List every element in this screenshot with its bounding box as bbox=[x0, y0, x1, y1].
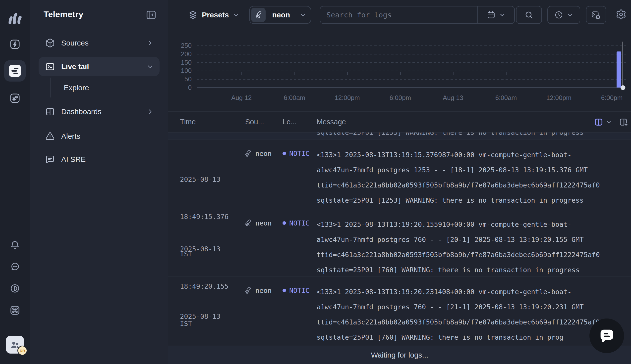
log-level: NOTIC bbox=[282, 284, 309, 296]
waiting-status-text: Waiting for logs... bbox=[371, 351, 428, 359]
rail-metrics-button[interactable] bbox=[4, 88, 26, 109]
log-message: <133>1 2025-08-13T13:19:15.376987+00:00 … bbox=[317, 147, 627, 208]
montecarlo-logo-icon[interactable] bbox=[8, 11, 23, 26]
chevron-down-icon bbox=[233, 12, 239, 18]
clock-icon bbox=[554, 10, 563, 20]
calendar-icon bbox=[487, 10, 496, 20]
time-range-dropdown[interactable] bbox=[547, 6, 580, 24]
y-tick-label: 250 bbox=[168, 42, 192, 49]
chevron-down-icon bbox=[499, 12, 506, 18]
log-volume-chart[interactable]: 250 200 150 100 50 0 Aug 12 6:00am 12:00… bbox=[168, 30, 631, 112]
log-row[interactable]: 2025-08-13 18:49:15.376 IST neon NOTIC <… bbox=[168, 140, 631, 209]
sidebar-item-label: Live tail bbox=[61, 62, 89, 71]
level-dot bbox=[282, 221, 286, 225]
avatar-initials-badge[interactable]: DR bbox=[18, 346, 27, 356]
column-header-message[interactable]: Message bbox=[317, 112, 346, 132]
log-message: <133>1 2025-08-13T13:19:20.155910+00:00 … bbox=[317, 217, 627, 278]
log-row[interactable]: 2025-08-13 18:49:20.231 IST neon NOTIC <… bbox=[168, 276, 631, 346]
level-dot bbox=[282, 152, 286, 155]
telescope-icon bbox=[251, 8, 266, 22]
log-row[interactable]: 2025-08-13 18:49:20.155 IST neon NOTIC <… bbox=[168, 209, 631, 276]
gridline bbox=[197, 54, 626, 54]
y-tick-label: 200 bbox=[168, 50, 192, 58]
x-axis-line bbox=[197, 87, 626, 88]
sidebar-item-ai-sre[interactable]: AI SRE bbox=[39, 150, 160, 169]
search-button[interactable] bbox=[516, 6, 542, 24]
x-tick-label: 6:00pm bbox=[390, 94, 411, 102]
gridline bbox=[197, 70, 626, 71]
columns-icon bbox=[594, 117, 604, 127]
log-time: 2025-08-13 18:49:20.231 IST bbox=[180, 286, 228, 346]
collapse-panel-icon bbox=[145, 9, 157, 21]
page-title: Telemetry bbox=[44, 10, 83, 19]
date-range-button[interactable] bbox=[478, 6, 514, 23]
bell-icon bbox=[10, 240, 20, 250]
column-layout-dropdown[interactable] bbox=[594, 112, 611, 132]
column-header-time[interactable]: Time bbox=[180, 112, 196, 132]
x-tick-label: Aug 12 bbox=[231, 94, 252, 102]
feedback-button[interactable] bbox=[6, 258, 24, 276]
support-chat-fab[interactable] bbox=[589, 318, 624, 353]
source-selector-value: neon bbox=[272, 11, 290, 19]
x-tick bbox=[453, 72, 454, 75]
level-dot bbox=[282, 289, 286, 292]
search-input[interactable] bbox=[320, 6, 477, 23]
command-menu-button[interactable] bbox=[6, 301, 24, 319]
gear-icon bbox=[615, 9, 626, 20]
sidebar-item-live-tail[interactable]: Live tail bbox=[39, 57, 160, 76]
notifications-button[interactable] bbox=[6, 236, 24, 254]
layers-icon bbox=[188, 10, 198, 20]
rail-divider bbox=[8, 328, 22, 328]
theme-toggle-button[interactable] bbox=[6, 280, 24, 297]
sidebar: Telemetry Sources Live tail Explore D bbox=[30, 0, 168, 364]
histogram-bar[interactable] bbox=[616, 52, 621, 88]
sidebar-item-label: Sources bbox=[61, 39, 89, 47]
log-source: neon bbox=[244, 147, 271, 160]
log-level: NOTIC bbox=[282, 217, 309, 229]
x-tick-label: 12:00pm bbox=[546, 94, 571, 102]
add-column-button[interactable] bbox=[618, 112, 628, 132]
log-message-partial: sqlstate=25P01 [1253] WARNING: there is … bbox=[317, 132, 584, 136]
column-header-level[interactable]: Le... bbox=[282, 112, 296, 132]
presets-dropdown[interactable]: Presets bbox=[188, 10, 239, 20]
sidebar-item-explore[interactable]: Explore bbox=[39, 78, 160, 97]
dashboard-grid-icon bbox=[45, 107, 55, 116]
contrast-circle-icon bbox=[10, 283, 20, 294]
time-cursor-dot[interactable] bbox=[620, 85, 625, 90]
x-tick bbox=[506, 72, 507, 75]
log-level: NOTIC bbox=[282, 147, 309, 160]
y-tick-label: 0 bbox=[168, 84, 192, 91]
sidebar-item-dashboards[interactable]: Dashboards bbox=[39, 102, 160, 121]
cube-icon bbox=[45, 38, 55, 48]
message-square-icon bbox=[45, 154, 55, 164]
source-selector-dropdown[interactable]: neon bbox=[249, 6, 311, 24]
chevron-down-icon bbox=[606, 119, 611, 125]
rail-logs-button[interactable] bbox=[4, 60, 26, 82]
settings-button[interactable] bbox=[615, 9, 627, 21]
chat-dots-icon bbox=[10, 262, 20, 272]
query-console-button[interactable] bbox=[586, 6, 606, 24]
telescope-icon bbox=[244, 149, 252, 158]
rail-quick-actions-button[interactable] bbox=[4, 34, 26, 55]
add-column-icon bbox=[618, 117, 628, 127]
x-tick-label: Aug 13 bbox=[443, 94, 463, 102]
sliders-icon bbox=[9, 92, 21, 104]
column-header-source[interactable]: Sou... bbox=[245, 112, 264, 132]
sidebar-item-alerts[interactable]: Alerts bbox=[39, 126, 160, 146]
sidebar-item-sources[interactable]: Sources bbox=[39, 33, 160, 52]
time-cursor-line[interactable] bbox=[622, 42, 623, 88]
sidebar-collapse-button[interactable] bbox=[145, 9, 157, 21]
chevron-down-icon bbox=[567, 12, 573, 18]
x-tick-label: 6:00am bbox=[284, 94, 305, 102]
y-tick-label: 50 bbox=[168, 75, 192, 83]
partial-log-row[interactable]: sqlstate=25P01 [1253] WARNING: there is … bbox=[168, 132, 631, 140]
sidebar-item-label: Dashboards bbox=[61, 108, 102, 116]
search-icon bbox=[524, 10, 534, 20]
x-tick-label: 12:00pm bbox=[335, 94, 360, 102]
presets-label: Presets bbox=[202, 11, 229, 19]
chart-plot-area[interactable] bbox=[197, 46, 626, 88]
x-tick-label: 6:00am bbox=[495, 94, 517, 102]
terminal-code-icon bbox=[591, 10, 601, 20]
log-message: <133>1 2025-08-13T13:19:20.231408+00:00 … bbox=[317, 284, 627, 345]
chevron-down-icon bbox=[300, 12, 306, 18]
